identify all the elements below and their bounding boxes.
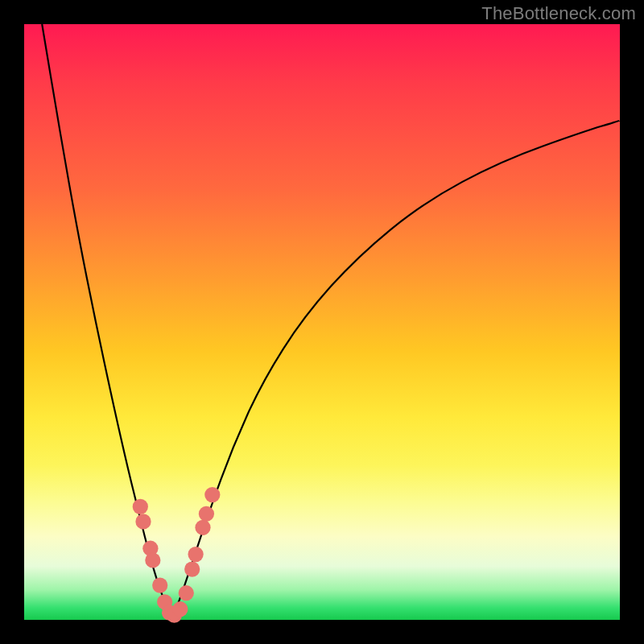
highlight-dot (133, 499, 148, 514)
highlight-dot (199, 506, 214, 522)
curve-right (172, 121, 620, 617)
highlight-dot (188, 547, 204, 562)
watermark-text: TheBottleneck.com (481, 3, 636, 24)
highlight-dot (195, 520, 210, 535)
bottleneck-curve-svg (24, 24, 620, 620)
highlight-dot (184, 561, 200, 576)
chart-frame: TheBottleneck.com (0, 0, 644, 644)
highlight-dot (204, 487, 220, 502)
curve-left (42, 24, 171, 617)
highlight-dot (145, 552, 160, 568)
highlight-markers (133, 487, 221, 623)
chart-plot-area (24, 24, 620, 620)
highlight-dot (152, 577, 167, 592)
highlight-dot (179, 585, 194, 601)
highlight-dot (172, 601, 188, 617)
highlight-dot (135, 514, 151, 529)
